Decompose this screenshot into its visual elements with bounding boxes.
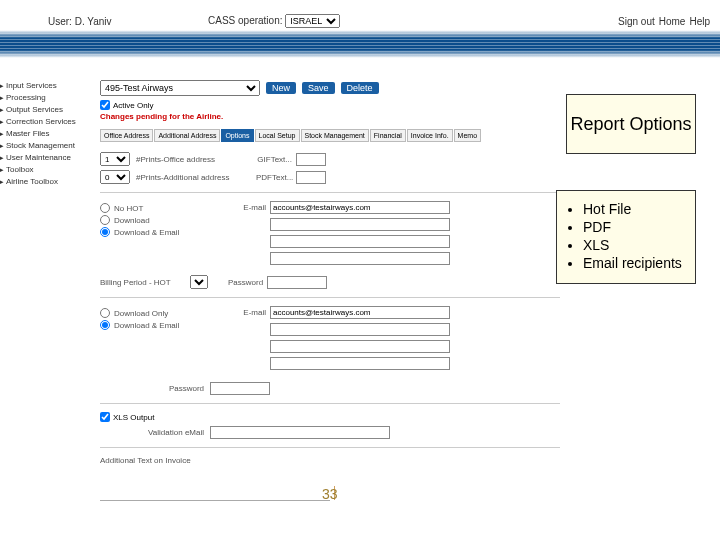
tab-bar: Office Address Additional Address Option…: [100, 129, 560, 142]
tab-options[interactable]: Options: [221, 129, 253, 142]
nav-user-maintenance[interactable]: User Maintenance: [0, 152, 92, 164]
callout-item-hotfile: Hot File: [583, 201, 687, 217]
active-only-checkbox[interactable]: [100, 100, 110, 110]
pdftext-label: PDFText...: [256, 173, 296, 182]
email2-input-4[interactable]: [270, 357, 450, 370]
prints-office-label: #Prints-Office address: [136, 155, 256, 164]
tab-local-setup[interactable]: Local Setup: [255, 129, 300, 142]
user-label: User: D. Yaniv: [48, 16, 208, 27]
billing-period-label: Billing Period - HOT: [100, 278, 190, 287]
header-links: Sign out Home Help: [618, 16, 710, 27]
side-nav: Input Services Processing Output Service…: [0, 80, 92, 188]
xls-label: XLS Output: [113, 413, 154, 422]
xls-checkbox[interactable]: [100, 412, 110, 422]
divider-3: [100, 403, 560, 404]
signout-link[interactable]: Sign out: [618, 16, 655, 27]
validation-email-label: Validation eMail: [100, 428, 210, 437]
billing-period-row: Billing Period - HOT Password: [100, 275, 560, 289]
tab-financial[interactable]: Financial: [370, 129, 406, 142]
divider-4: [100, 447, 560, 448]
home-link[interactable]: Home: [659, 16, 686, 27]
prints-office-select[interactable]: 1: [100, 152, 130, 166]
top-bar: User: D. Yaniv CASS operation: ISRAEL Si…: [48, 12, 710, 30]
giftext-input[interactable]: [296, 153, 326, 166]
callout-item-pdf: PDF: [583, 219, 687, 235]
active-only-label: Active Only: [113, 101, 153, 110]
cass-op-select[interactable]: ISRAEL: [285, 14, 340, 28]
prints-office-row: 1 #Prints-Office address GIFText...: [100, 152, 560, 166]
tab-office-address[interactable]: Office Address: [100, 129, 153, 142]
new-button[interactable]: New: [266, 82, 296, 94]
download-email2-radio[interactable]: [100, 320, 110, 330]
prints-addl-select[interactable]: 0: [100, 170, 130, 184]
email2-input-3[interactable]: [270, 340, 450, 353]
prints-addl-row: 0 #Prints-Additional address PDFText...: [100, 170, 560, 184]
callout-title-text: Report Options: [570, 114, 691, 135]
tab-stock-mgmt[interactable]: Stock Management: [301, 129, 369, 142]
tab-additional-address[interactable]: Additional Address: [154, 129, 220, 142]
no-hot-label: No HOT: [114, 204, 143, 213]
download-only-label: Download Only: [114, 309, 168, 318]
divider-2: [100, 297, 560, 298]
nav-toolbox[interactable]: Toolbox: [0, 164, 92, 176]
download-only-radio[interactable]: [100, 308, 110, 318]
callout-item-xls: XLS: [583, 237, 687, 253]
email-input-4[interactable]: [270, 252, 450, 265]
delete-button[interactable]: Delete: [341, 82, 379, 94]
pending-warning: Changes pending for the Airline.: [100, 112, 560, 121]
password-input[interactable]: [267, 276, 327, 289]
callout-list: Hot File PDF XLS Email recipients: [556, 190, 696, 284]
nav-processing[interactable]: Processing: [0, 92, 92, 104]
page-number: 33: [322, 486, 338, 502]
cass-op-label: CASS operation:: [208, 15, 283, 26]
cass-op: CASS operation: ISRAEL: [208, 14, 408, 28]
validation-email-input[interactable]: [210, 426, 390, 439]
email-input-3[interactable]: [270, 235, 450, 248]
callout-item-email: Email recipients: [583, 255, 687, 271]
help-link[interactable]: Help: [689, 16, 710, 27]
email-label: E-mail: [230, 203, 270, 212]
email2-input-1[interactable]: [270, 306, 450, 319]
save-button[interactable]: Save: [302, 82, 335, 94]
pdftext-input[interactable]: [296, 171, 326, 184]
callout-title: Report Options: [566, 94, 696, 154]
download-radio[interactable]: [100, 215, 110, 225]
password2-input[interactable]: [210, 382, 270, 395]
nav-output-services[interactable]: Output Services: [0, 104, 92, 116]
tab-invoice-info[interactable]: Invoice Info.: [407, 129, 453, 142]
nav-input-services[interactable]: Input Services: [0, 80, 92, 92]
download-email-label: Download & Email: [114, 228, 179, 237]
banner-stripe: [0, 30, 720, 58]
email-input-2[interactable]: [270, 218, 450, 231]
nav-master-files[interactable]: Master Files: [0, 128, 92, 140]
airline-select[interactable]: 495-Test Airways: [100, 80, 260, 96]
giftext-label: GIFText...: [256, 155, 296, 164]
tab-memo[interactable]: Memo: [454, 129, 481, 142]
nav-airline-toolbox[interactable]: Airline Toolbox: [0, 176, 92, 188]
nav-correction-services[interactable]: Correction Services: [0, 116, 92, 128]
active-only-row: Active Only: [100, 100, 560, 110]
divider-1: [100, 192, 560, 193]
download-email-radio[interactable]: [100, 227, 110, 237]
download-label: Download: [114, 216, 150, 225]
password-label: Password: [228, 278, 263, 287]
nav-stock-management[interactable]: Stock Management: [0, 140, 92, 152]
xls-row: XLS Output: [100, 412, 560, 422]
prints-addl-label: #Prints-Additional address: [136, 173, 256, 182]
addl-text-label: Additional Text on Invoice: [100, 456, 191, 465]
password2-label: Password: [100, 384, 210, 393]
main-panel: 495-Test Airways New Save Delete Active …: [100, 80, 560, 469]
airline-row: 495-Test Airways New Save Delete: [100, 80, 560, 96]
email-input-1[interactable]: [270, 201, 450, 214]
email2-input-2[interactable]: [270, 323, 450, 336]
billing-period-select[interactable]: [190, 275, 208, 289]
download-email2-label: Download & Email: [114, 321, 179, 330]
email2-label: E-mail: [230, 308, 270, 317]
no-hot-radio[interactable]: [100, 203, 110, 213]
footer-rule: [100, 500, 330, 501]
